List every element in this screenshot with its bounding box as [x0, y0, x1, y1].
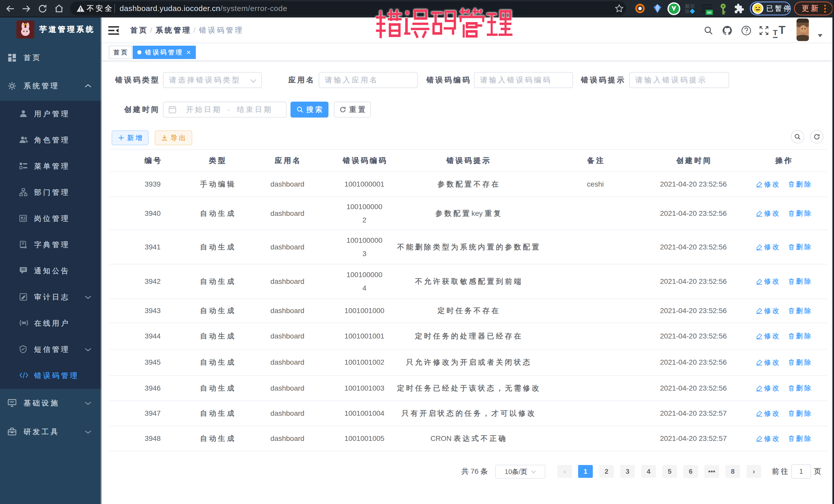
- svg-text:on: on: [707, 10, 711, 14]
